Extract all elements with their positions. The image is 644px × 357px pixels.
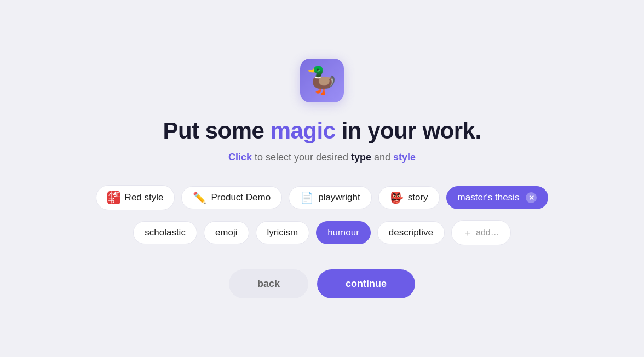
chip-label: emoji — [215, 227, 238, 238]
chip-label: descriptive — [389, 227, 433, 238]
chip-label: scholastic — [145, 227, 186, 238]
chip-label: lyricism — [267, 227, 298, 238]
type-chips-row: 小红书 Red style ✏️ Product Demo 📄 playwrig… — [96, 185, 549, 210]
actions: back continue — [229, 269, 415, 298]
chip-label: humour — [327, 227, 359, 238]
chip-red-style[interactable]: 小红书 Red style — [96, 185, 175, 210]
chip-humour[interactable]: humour — [316, 221, 371, 244]
chip-playwright[interactable]: 📄 playwright — [289, 186, 372, 209]
mask-icon: 👺 — [390, 192, 404, 203]
chip-label: Product Demo — [211, 192, 271, 203]
add-label: add… — [476, 228, 499, 238]
subtitle: Click to select your desired type and st… — [228, 152, 416, 163]
chip-story[interactable]: 👺 story — [378, 186, 440, 209]
app-icon: 🦆 — [300, 59, 344, 102]
chip-label: story — [408, 192, 428, 203]
chip-remove-icon[interactable]: ✕ — [526, 192, 537, 203]
pencil-icon: ✏️ — [193, 192, 206, 203]
xiaohongshu-icon: 小红书 — [107, 191, 120, 204]
chip-label: Red style — [125, 192, 164, 203]
chip-descriptive[interactable]: descriptive — [377, 221, 445, 244]
continue-button[interactable]: continue — [317, 269, 415, 298]
plus-icon: ＋ — [463, 226, 473, 239]
chip-add[interactable]: ＋ add… — [451, 220, 511, 245]
chip-lyricism[interactable]: lyricism — [256, 221, 310, 244]
document-icon: 📄 — [300, 192, 314, 203]
chip-scholastic[interactable]: scholastic — [133, 221, 197, 244]
chip-label: master's thesis — [458, 192, 520, 203]
back-button[interactable]: back — [229, 269, 308, 298]
chip-label: playwright — [318, 192, 360, 203]
chip-product-demo[interactable]: ✏️ Product Demo — [181, 186, 282, 209]
chip-emoji[interactable]: emoji — [204, 221, 249, 244]
style-chips-row: scholastic emoji lyricism humour descrip… — [133, 220, 511, 245]
headline: Put some magic in your work. — [163, 118, 481, 144]
chip-masters-thesis[interactable]: master's thesis ✕ — [446, 186, 549, 209]
